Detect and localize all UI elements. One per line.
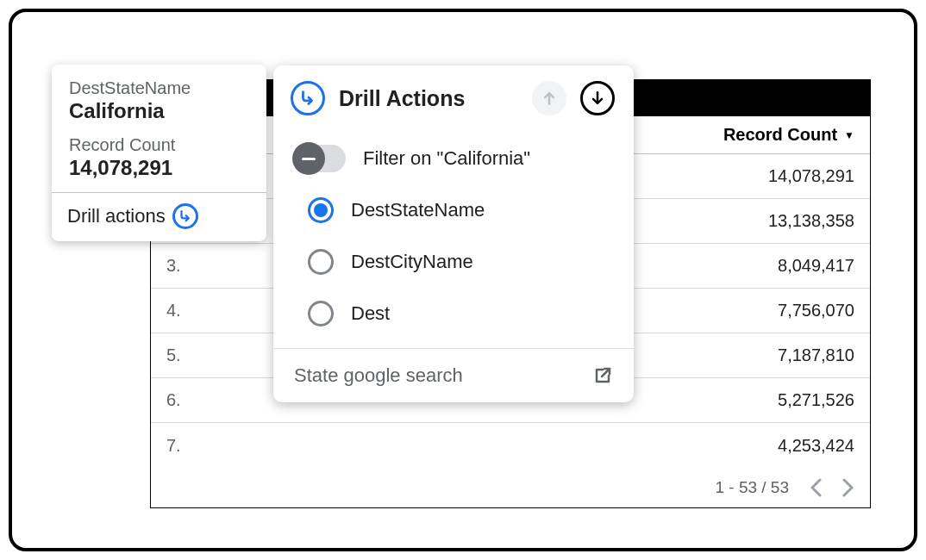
prev-page-button[interactable]: [810, 478, 822, 497]
table-row[interactable]: 7. 4,253,424: [151, 423, 870, 468]
tooltip-field-label: Record Count: [69, 135, 249, 155]
drill-option-label: Dest: [351, 302, 390, 325]
tooltip-field-value: California: [69, 99, 249, 123]
tooltip-field-value: 14,078,291: [69, 156, 249, 180]
drill-option-label: DestStateName: [351, 199, 485, 221]
row-value: 14,078,291: [768, 166, 854, 186]
drill-panel-header: Drill Actions: [273, 65, 634, 131]
row-value: 4,253,424: [778, 436, 854, 456]
drill-up-button[interactable]: [532, 81, 566, 115]
drill-actions-button[interactable]: Drill actions: [52, 193, 266, 241]
drill-option[interactable]: DestStateName: [273, 184, 634, 236]
chevron-left-icon: [810, 478, 822, 497]
drill-panel-title: Drill Actions: [339, 86, 465, 111]
pagination-label: 1 - 53 / 53: [715, 478, 789, 497]
chevron-right-icon: [842, 478, 854, 497]
external-search-label: State google search: [294, 364, 463, 387]
drill-actions-panel: Drill Actions Filter on "California": [273, 65, 634, 402]
drill-option[interactable]: Dest: [273, 288, 634, 339]
toggle-knob-icon: [292, 142, 325, 175]
column-header-record-count[interactable]: Record Count ▼: [723, 125, 854, 145]
drill-option[interactable]: DestCityName: [273, 236, 634, 288]
next-page-button[interactable]: [842, 478, 854, 497]
arrow-down-icon: [589, 90, 606, 107]
filter-toggle[interactable]: [294, 145, 346, 172]
drill-arrow-icon: [172, 203, 198, 229]
row-value: 5,271,526: [778, 390, 854, 410]
tooltip-card: DestStateName California Record Count 14…: [52, 65, 266, 241]
row-value: 7,187,810: [778, 345, 854, 365]
app-frame: Record Count ▼ 1. 14,078,291 2. 13,138,3…: [9, 9, 917, 551]
open-in-new-icon: [592, 365, 613, 386]
row-value: 13,138,358: [768, 211, 854, 231]
row-index: 4.: [166, 301, 201, 320]
radio-unselected-icon: [308, 249, 334, 275]
row-index: 6.: [166, 390, 201, 410]
drill-actions-label: Drill actions: [67, 205, 166, 227]
row-index: 5.: [166, 345, 201, 365]
row-value: 7,756,070: [778, 301, 854, 320]
drill-arrow-icon: [291, 81, 325, 115]
radio-unselected-icon: [308, 301, 334, 327]
column-header-label: Record Count: [723, 125, 837, 145]
row-index: 7.: [166, 436, 201, 456]
table-footer: 1 - 53 / 53: [151, 468, 870, 507]
drill-down-button[interactable]: [580, 81, 615, 115]
arrow-up-icon: [541, 90, 558, 107]
filter-toggle-row[interactable]: Filter on "California": [273, 133, 634, 184]
radio-selected-icon: [308, 197, 334, 223]
drill-option-label: DestCityName: [351, 251, 473, 273]
tooltip-field-label: DestStateName: [69, 78, 249, 98]
sort-caret-icon: ▼: [844, 129, 854, 141]
row-index: 3.: [166, 256, 201, 276]
external-search-link[interactable]: State google search: [273, 348, 634, 402]
row-value: 8,049,417: [778, 256, 854, 276]
filter-toggle-label: Filter on "California": [363, 147, 530, 170]
